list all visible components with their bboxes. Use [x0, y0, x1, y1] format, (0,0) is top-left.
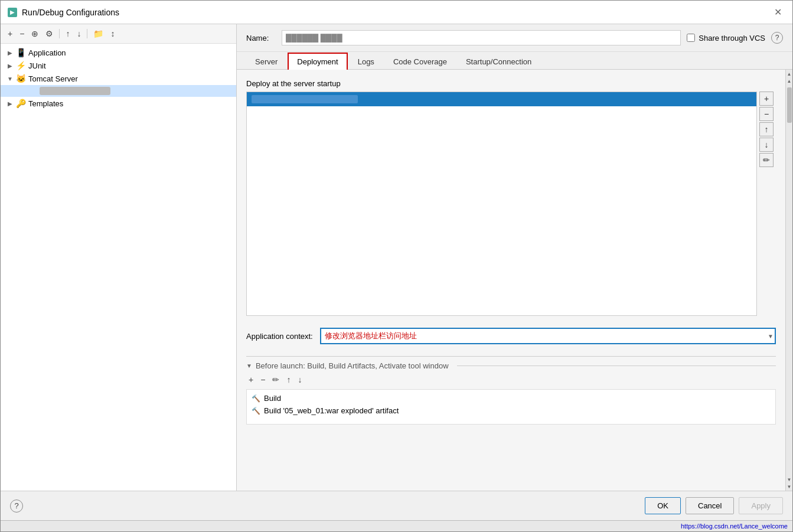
application-label: Application	[28, 48, 66, 57]
deploy-item-name	[252, 95, 358, 103]
bl-item-artifact-label: Build '05_web_01:war exploded' artifact	[264, 406, 399, 415]
copy-config-button[interactable]: ⊕	[29, 28, 41, 40]
deploy-remove-button[interactable]: −	[759, 107, 774, 121]
tree-item-templates[interactable]: ▶ 🔑 Templates	[1, 97, 236, 110]
context-input[interactable]	[320, 328, 776, 344]
dialog-icon: ▶	[8, 8, 17, 17]
application-icon: 📱	[16, 48, 26, 57]
name-row: Name: Share through VCS ?	[237, 24, 792, 52]
tab-code-coverage[interactable]: Code Coverage	[384, 53, 456, 70]
before-launch-list: 🔨 Build 🔨 Build '05_web_01:war exploded'…	[246, 389, 776, 425]
deploy-up-button[interactable]: ↑	[759, 122, 774, 136]
cancel-button[interactable]: Cancel	[686, 497, 734, 514]
templates-icon: 🔑	[16, 99, 26, 108]
expand-application: ▶	[5, 50, 15, 56]
context-input-wrapper: ▼	[320, 328, 776, 344]
deploy-add-button[interactable]: +	[759, 92, 774, 106]
add-config-button[interactable]: +	[5, 28, 15, 40]
deploy-area-wrapper: + − ↑ ↓ ✏	[246, 92, 776, 316]
tree-item-tomcat[interactable]: ▼ 🐱 Tomcat Server	[1, 72, 236, 85]
content-area: Deploy at the server startup	[237, 70, 785, 491]
close-button[interactable]: ✕	[771, 5, 785, 19]
deploy-edit-button[interactable]: ✏	[759, 153, 774, 167]
name-label: Name:	[246, 34, 276, 43]
left-panel: + − ⊕ ⚙ ↑ ↓ 📁 ↕ ▶ 📱 Application	[1, 24, 237, 491]
deploy-list-row[interactable]	[247, 92, 756, 106]
bl-remove-button[interactable]: −	[258, 374, 267, 386]
before-launch-toolbar: + − ✏ ↑ ↓	[246, 374, 776, 386]
folder-button[interactable]: 📁	[91, 28, 106, 40]
templates-label: Templates	[28, 99, 63, 108]
title-bar: ▶ Run/Debug Configurations ✕	[1, 1, 792, 24]
vcs-row: Share through VCS	[687, 34, 765, 43]
context-label: Application context:	[246, 332, 313, 341]
tabs-bar: Server Deployment Logs Code Coverage Sta…	[237, 52, 792, 70]
tree-item-tomcat-child[interactable]	[1, 85, 236, 97]
bl-item-build[interactable]: 🔨 Build	[249, 392, 773, 404]
tab-logs[interactable]: Logs	[349, 53, 383, 70]
right-panel: Name: Share through VCS ? Server Deploym…	[237, 24, 792, 491]
deploy-area	[246, 92, 757, 316]
sort-button[interactable]: ↕	[108, 28, 117, 40]
separator-1	[59, 29, 60, 38]
separator-2	[87, 29, 87, 38]
deploy-section-label: Deploy at the server startup	[246, 79, 776, 88]
tree-item-junit[interactable]: ▶ ⚡ JUnit	[1, 59, 236, 72]
scroll-thumb[interactable]	[787, 87, 792, 123]
move-down-button[interactable]: ↓	[74, 28, 83, 40]
expand-templates: ▶	[5, 100, 15, 107]
bl-edit-button[interactable]: ✏	[270, 374, 282, 386]
remove-config-button[interactable]: −	[17, 28, 27, 40]
config-tree: ▶ 📱 Application ▶ ⚡ JUnit ▼ 🐱 Tomcat Ser…	[1, 44, 236, 491]
main-content: + − ⊕ ⚙ ↑ ↓ 📁 ↕ ▶ 📱 Application	[1, 24, 792, 491]
tomcat-icon: 🐱	[16, 74, 26, 83]
collapse-before-launch[interactable]: ▼	[246, 363, 252, 369]
name-input[interactable]	[282, 30, 681, 45]
deploy-section: Deploy at the server startup	[246, 79, 776, 316]
junit-label: JUnit	[28, 61, 46, 70]
move-up-button[interactable]: ↑	[63, 28, 72, 40]
before-launch-header: ▼ Before launch: Build, Build Artifacts,…	[246, 361, 776, 370]
expand-junit: ▶	[5, 63, 15, 69]
deploy-down-button[interactable]: ↓	[759, 138, 774, 152]
url-text: https://blog.csdn.net/Lance_welcome	[681, 523, 788, 530]
settings-button[interactable]: ⚙	[43, 28, 56, 40]
run-debug-dialog: ▶ Run/Debug Configurations ✕ + − ⊕ ⚙ ↑ ↓…	[0, 0, 793, 532]
scroll-up-arrow[interactable]: ▲	[787, 71, 792, 77]
tab-server[interactable]: Server	[246, 53, 286, 70]
right-scroll-wrapper: Deploy at the server startup	[237, 70, 792, 491]
bl-item-artifact[interactable]: 🔨 Build '05_web_01:war exploded' artifac…	[249, 404, 773, 417]
build-icon: 🔨	[252, 394, 260, 403]
share-vcs-label: Share through VCS	[699, 34, 765, 43]
expand-tomcat: ▼	[5, 76, 15, 82]
scroll-up-arrow2[interactable]: ▲	[787, 78, 792, 84]
bottom-help-button[interactable]: ?	[10, 500, 23, 513]
deploy-list	[246, 92, 757, 316]
bl-up-button[interactable]: ↑	[284, 374, 293, 386]
bl-item-build-label: Build	[264, 394, 281, 403]
tree-item-application[interactable]: ▶ 📱 Application	[1, 46, 236, 59]
bl-add-button[interactable]: +	[246, 374, 256, 386]
artifact-icon: 🔨	[252, 407, 260, 415]
vertical-scrollbar: ▲ ▲ ▼ ▼	[785, 70, 792, 491]
ok-button[interactable]: OK	[645, 497, 681, 514]
tab-deployment[interactable]: Deployment	[288, 53, 347, 70]
before-launch-separator	[457, 365, 776, 366]
bottom-bar: ? OK Cancel Apply	[1, 491, 792, 520]
title-bar-left: ▶ Run/Debug Configurations	[8, 8, 119, 17]
deploy-list-body	[247, 106, 756, 315]
deploy-side-buttons: + − ↑ ↓ ✏	[757, 92, 776, 316]
help-button[interactable]: ?	[771, 32, 783, 44]
context-dropdown-arrow[interactable]: ▼	[768, 333, 774, 340]
apply-button[interactable]: Apply	[739, 497, 783, 514]
before-launch-label: Before launch: Build, Build Artifacts, A…	[256, 361, 449, 370]
share-vcs-checkbox[interactable]	[687, 34, 695, 42]
url-bar: https://blog.csdn.net/Lance_welcome	[1, 520, 792, 531]
tab-startup-connection[interactable]: Startup/Connection	[457, 53, 540, 70]
scroll-down-arrow2[interactable]: ▼	[787, 484, 792, 489]
scroll-down-arrow[interactable]: ▼	[787, 476, 792, 482]
left-toolbar: + − ⊕ ⚙ ↑ ↓ 📁 ↕	[1, 24, 236, 44]
right-scroll-content: Deploy at the server startup	[237, 70, 785, 491]
tomcat-label: Tomcat Server	[28, 74, 78, 83]
bl-down-button[interactable]: ↓	[295, 374, 304, 386]
